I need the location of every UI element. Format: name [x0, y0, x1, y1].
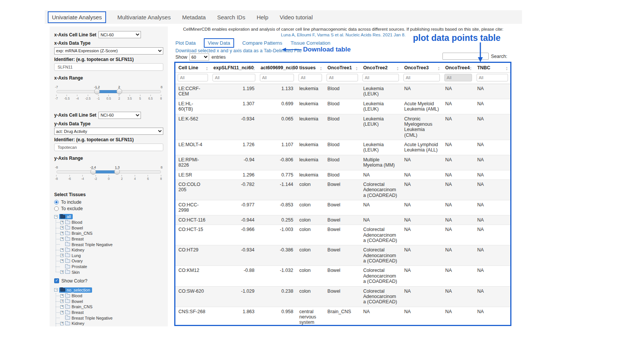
radio-to-exclude[interactable]: To exclude	[54, 206, 163, 211]
table-row-co-hct-15[interactable]: CO:HCT-15-0.966-1.003colonBowelColorecta…	[175, 225, 510, 245]
table-row-le-hl-60-tb[interactable]: LE:HL-60(TB)1.3070.699leukemiaBloodLeuke…	[175, 99, 510, 114]
sort-icon[interactable]: ▲▼	[438, 66, 440, 70]
nav-tab-search-ids[interactable]: Search IDs	[217, 14, 245, 20]
slider-handle-low[interactable]	[90, 169, 96, 175]
slider-handle-low[interactable]	[94, 89, 100, 94]
y-cell-line-set-select[interactable]: NCI-60	[98, 112, 141, 119]
tree-item-kidney[interactable]: Kidney	[60, 321, 163, 326]
view-tab-view-data[interactable]: View Data	[204, 38, 234, 48]
filter-input-act609699-nci60[interactable]	[260, 74, 294, 81]
expand-icon[interactable]	[60, 254, 64, 257]
view-tab-compare-patterns[interactable]: Compare Patterns	[242, 40, 283, 46]
expand-icon[interactable]	[60, 300, 64, 303]
table-row-co-km12[interactable]: CO:KM12-0.88-1.032colonBowelColorectal A…	[175, 266, 510, 286]
slider-handle-high[interactable]	[114, 169, 120, 175]
x-data-type-select[interactable]: exp: mRNA Expression (Z-Score)	[54, 47, 163, 55]
expand-icon[interactable]	[60, 305, 64, 309]
tree-item-breast[interactable]: Breast	[60, 236, 163, 242]
slider-handle-high[interactable]	[116, 89, 122, 94]
table-row-co-sw-620[interactable]: CO:SW-620-1.0290.238colonBowelColorectal…	[175, 286, 510, 307]
tree-root-all[interactable]: all	[54, 214, 163, 220]
column-header-oncotree4[interactable]: OncoTree4▲▼	[442, 63, 474, 73]
expand-icon[interactable]	[60, 248, 64, 252]
x-identifier-input[interactable]	[54, 63, 163, 71]
column-header-cell-line[interactable]: Cell Line▲▼	[175, 63, 210, 73]
tree-item-bowel[interactable]: Bowel	[60, 299, 163, 304]
expand-icon[interactable]	[60, 226, 64, 229]
collapse-icon[interactable]	[54, 215, 58, 218]
filter-input-oncotree1[interactable]	[327, 74, 358, 81]
expand-icon[interactable]	[60, 221, 64, 224]
x-cell-line-set-select[interactable]: NCI-60	[98, 31, 141, 38]
tree-item-breast-triple-negative[interactable]: Breast Triple Negative	[60, 242, 163, 247]
expand-icon[interactable]	[60, 237, 64, 241]
table-row-co-ht29[interactable]: CO:HT29-0.934-0.386colonBowelColorectal …	[175, 245, 510, 266]
expand-icon[interactable]	[60, 311, 64, 314]
tree-item-brain-cns[interactable]: Brain_CNS	[60, 304, 163, 310]
expand-icon[interactable]	[60, 259, 64, 263]
sort-icon[interactable]: ▲▼	[320, 66, 322, 70]
checkbox-checked-icon[interactable]	[54, 278, 59, 283]
sort-icon[interactable]: ▲▼	[253, 66, 255, 70]
tree-item-bowel[interactable]: Bowel	[60, 225, 163, 231]
table-row-le-molt-4[interactable]: LE:MOLT-41.7261.107leukemiaBloodLeukemia…	[175, 140, 510, 155]
y-data-type-select[interactable]: act: Drug Activity	[54, 128, 163, 135]
column-header-oncotree1[interactable]: OncoTree1▲▼	[324, 63, 360, 73]
column-header-act609699-nci60[interactable]: act609699_nci60▲▼	[258, 63, 296, 73]
filter-input-tissues[interactable]	[299, 74, 322, 81]
table-row-co-hcc-2998[interactable]: CO:HCC-2998-0.977-0.853colonBowelNANANAN…	[175, 200, 510, 215]
tree-item-breast-triple-negative[interactable]: Breast Triple Negative	[60, 315, 163, 321]
filter-input-cell-line[interactable]	[178, 74, 208, 81]
x-range-slider[interactable]: -78-1.22-7-5.5-4-2.5-10.523.556.58	[56, 85, 161, 102]
column-header-expslfn11-nci60[interactable]: expSLFN11_nci60▲▼	[210, 63, 257, 73]
tree-item-lung[interactable]: Lung	[60, 253, 163, 259]
filter-input-expslfn11-nci60[interactable]	[213, 74, 255, 81]
sort-icon[interactable]: ▲▼	[292, 66, 294, 70]
tree-item-ovary[interactable]: Ovary	[60, 258, 163, 264]
table-row-le-ccrf-cem[interactable]: LE:CCRF-CEM1.1951.133leukemiaBloodLeukem…	[175, 84, 510, 99]
view-tab-plot-data[interactable]: Plot Data	[175, 40, 195, 46]
tree-item-breast[interactable]: Breast	[60, 310, 163, 315]
table-row-le-k-562[interactable]: LE:K-562-0.9340.065leukemiaBloodLeukemia…	[175, 114, 510, 140]
sort-icon[interactable]: ▲▼	[506, 66, 508, 70]
y-range-slider[interactable]: -88-2.41.3-8-6-4-202468	[56, 165, 161, 182]
expand-icon[interactable]	[60, 270, 64, 274]
filter-input-oncotree3[interactable]	[403, 74, 440, 81]
table-row-cns-sf-268[interactable]: CNS:SF-2681.8630.958central nervous syst…	[175, 307, 510, 326]
entries-select[interactable]: 60	[189, 53, 209, 61]
sort-icon[interactable]: ▲▼	[355, 66, 358, 70]
column-header-tissues[interactable]: tissues▲▼	[296, 63, 324, 73]
sort-icon[interactable]: ▲▼	[469, 66, 472, 70]
tree-root-no-selection[interactable]: no_selection	[54, 287, 163, 293]
sort-icon[interactable]: ▲▼	[397, 66, 399, 70]
radio-to-include[interactable]: To include	[54, 200, 163, 205]
nav-tab-video-tutorial[interactable]: Video tutorial	[280, 14, 313, 20]
sort-icon[interactable]: ▲▼	[206, 66, 208, 70]
view-tab-tissue-correlation[interactable]: Tissue Correlation	[291, 40, 330, 46]
nav-tab-univariate-analyses[interactable]: Univariate Analyses	[48, 11, 106, 23]
expand-icon[interactable]	[60, 232, 64, 235]
tree-item-kidney[interactable]: Kidney	[60, 247, 163, 253]
table-row-le-rpmi-8226[interactable]: LE:RPMI-8226-0.94-0.806leukemiaBloodMult…	[175, 155, 510, 170]
filter-input-oncotree4[interactable]	[444, 74, 472, 81]
column-header-oncotree2[interactable]: OncoTree2▲▼	[360, 63, 401, 73]
table-row-co-colo-205[interactable]: CO:COLO 205-0.782-1.144colonBowelColorec…	[175, 179, 510, 200]
expand-icon[interactable]	[60, 294, 64, 298]
column-header-tnbc[interactable]: TNBC▲▼	[474, 63, 510, 73]
nav-tab-metadata[interactable]: Metadata	[182, 14, 206, 20]
collapse-icon[interactable]	[54, 288, 58, 292]
filter-input-oncotree2[interactable]	[363, 74, 399, 81]
nav-tab-help[interactable]: Help	[256, 14, 268, 20]
expand-icon[interactable]	[60, 322, 64, 325]
radio-unselected-icon[interactable]	[54, 206, 59, 211]
table-row-le-sr[interactable]: LE:SR1.2960.775leukemiaBloodNANANANA	[175, 170, 510, 179]
nav-tab-multivariate-analyses[interactable]: Multivariate Analyses	[117, 14, 171, 20]
y-identifier-input[interactable]	[54, 144, 163, 151]
tree-item-blood[interactable]: Blood	[60, 293, 163, 299]
tree-item-blood[interactable]: Blood	[60, 220, 163, 225]
filter-input-tnbc[interactable]	[477, 74, 508, 81]
show-color-checkbox[interactable]: Show Color?	[54, 278, 163, 284]
tree-item-lung[interactable]: Lung	[60, 326, 163, 327]
table-row-co-hct-116[interactable]: CO:HCT-116-0.9440.255colonBowelNANANANA	[175, 215, 510, 225]
tree-item-skin[interactable]: Skin	[60, 269, 163, 275]
